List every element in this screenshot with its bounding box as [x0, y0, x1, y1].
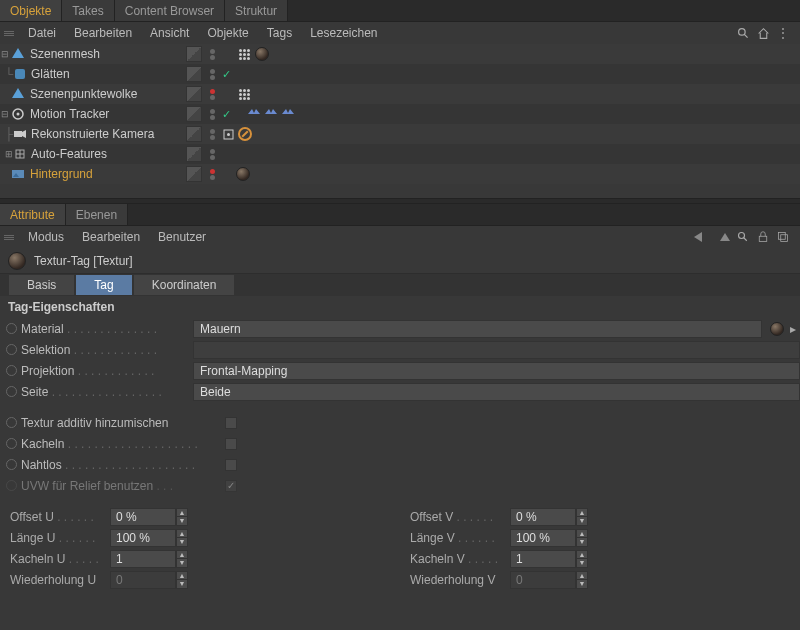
visibility-dots[interactable] — [204, 106, 220, 122]
tree-row-rekon-kamera[interactable]: ├ Rekonstruierte Kamera — [0, 124, 800, 144]
projection-select[interactable]: Frontal-Mapping — [193, 362, 800, 380]
menu-objekte[interactable]: Objekte — [199, 24, 256, 42]
drag-grip-icon[interactable] — [4, 235, 14, 240]
tree-label: Auto-Features — [31, 147, 186, 161]
stepper[interactable]: ▲▼ — [576, 508, 588, 526]
layer-toggle[interactable] — [186, 86, 202, 102]
stepper[interactable]: ▲▼ — [576, 550, 588, 568]
layer-toggle[interactable] — [186, 166, 202, 182]
visibility-dots[interactable] — [204, 166, 220, 182]
attribute-panel-tabs: Attribute Ebenen — [0, 204, 800, 226]
nav-up-icon[interactable] — [720, 233, 730, 241]
expand-toggle[interactable]: ⊟ — [0, 49, 10, 59]
viewport-target-icon[interactable] — [222, 129, 234, 140]
tab-takes[interactable]: Takes — [62, 0, 114, 21]
stepper[interactable]: ▲▼ — [176, 550, 188, 568]
nav-back-icon[interactable] — [694, 232, 702, 242]
tab-ebenen[interactable]: Ebenen — [66, 204, 128, 225]
tracker-tag-icon[interactable] — [247, 107, 261, 121]
anim-dot[interactable] — [6, 459, 17, 470]
anim-dot[interactable] — [6, 386, 17, 397]
anim-dot[interactable] — [6, 417, 17, 428]
checkbox-kacheln[interactable] — [225, 438, 237, 450]
tree-row-motion-tracker[interactable]: ⊟ Motion Tracker ✓ — [0, 104, 800, 124]
enabled-check-icon[interactable]: ✓ — [222, 68, 231, 81]
tab-attribute[interactable]: Attribute — [0, 204, 66, 225]
camera-icon — [13, 126, 27, 142]
texture-tag-icon[interactable] — [236, 167, 250, 181]
menu-dots-icon[interactable]: ⋮ — [776, 26, 790, 40]
subtab-basis[interactable]: Basis — [8, 274, 75, 296]
anim-dot[interactable] — [6, 344, 17, 355]
tree-row-hintergrund[interactable]: Hintergrund — [0, 164, 800, 184]
prop-offset-v: Offset V . . . . . . ▲▼ — [400, 506, 800, 527]
material-field[interactable]: Mauern — [193, 320, 762, 338]
texture-tag-icon[interactable] — [255, 47, 269, 61]
prop-label: Selektion . . . . . . . . . . . . . — [21, 343, 189, 357]
menu-benutzer[interactable]: Benutzer — [150, 228, 214, 246]
prop-label: Offset U . . . . . . — [10, 510, 106, 524]
kacheln-v-input[interactable] — [510, 550, 576, 568]
side-select[interactable]: Beide — [193, 383, 800, 401]
visibility-dots[interactable] — [204, 146, 220, 162]
expand-toggle[interactable]: ⊞ — [5, 149, 13, 159]
checkbox-textur-additiv[interactable] — [225, 417, 237, 429]
svg-point-10 — [227, 133, 230, 136]
polygon-selection-tag-icon[interactable] — [236, 86, 252, 102]
search-icon[interactable] — [736, 230, 750, 244]
visibility-dots[interactable] — [204, 86, 220, 102]
tab-objekte[interactable]: Objekte — [0, 0, 62, 21]
tab-struktur[interactable]: Struktur — [225, 0, 288, 21]
tracker-tag-icon[interactable] — [264, 107, 278, 121]
tree-row-szenenpunktewolke[interactable]: Szenenpunktewolke — [0, 84, 800, 104]
search-icon[interactable] — [736, 26, 750, 40]
new-window-icon[interactable] — [776, 230, 790, 244]
layer-toggle[interactable] — [186, 146, 202, 162]
layer-toggle[interactable] — [186, 46, 202, 62]
menu-datei[interactable]: Datei — [20, 24, 64, 42]
tree-row-auto-features[interactable]: ⊞ Auto-Features — [0, 144, 800, 164]
menu-modus[interactable]: Modus — [20, 228, 72, 246]
tree-row-glaetten[interactable]: └ Glätten ✓ — [0, 64, 800, 84]
polygon-selection-tag-icon[interactable] — [236, 46, 252, 62]
checkbox-nahtlos[interactable] — [225, 459, 237, 471]
selection-field[interactable] — [193, 341, 800, 359]
stepper[interactable]: ▲▼ — [576, 529, 588, 547]
layer-toggle[interactable] — [186, 126, 202, 142]
lock-icon[interactable] — [756, 230, 770, 244]
kacheln-u-input[interactable] — [110, 550, 176, 568]
drag-grip-icon[interactable] — [4, 31, 14, 36]
enabled-check-icon[interactable]: ✓ — [222, 108, 231, 121]
menu-bearbeiten-attr[interactable]: Bearbeiten — [74, 228, 148, 246]
pointcloud-icon — [10, 86, 26, 102]
expand-toggle[interactable]: ⊟ — [0, 109, 10, 119]
tree-row-szenenmesh[interactable]: ⊟ Szenenmesh — [0, 44, 800, 64]
layer-toggle[interactable] — [186, 66, 202, 82]
offset-u-input[interactable] — [110, 508, 176, 526]
menu-bearbeiten[interactable]: Bearbeiten — [66, 24, 140, 42]
laenge-u-input[interactable] — [110, 529, 176, 547]
layer-toggle[interactable] — [186, 106, 202, 122]
menu-ansicht[interactable]: Ansicht — [142, 24, 197, 42]
home-icon[interactable] — [756, 26, 770, 40]
material-preview-icon[interactable] — [770, 322, 784, 336]
visibility-dots[interactable] — [204, 46, 220, 62]
visibility-dots[interactable] — [204, 126, 220, 142]
prop-label: Kacheln U . . . . . — [10, 552, 106, 566]
disabled-tag-icon[interactable] — [238, 127, 252, 141]
anim-dot[interactable] — [6, 323, 17, 334]
anim-dot[interactable] — [6, 438, 17, 449]
tab-content-browser[interactable]: Content Browser — [115, 0, 225, 21]
material-picker-icon[interactable]: ▸ — [786, 322, 800, 336]
menu-tags[interactable]: Tags — [259, 24, 300, 42]
stepper[interactable]: ▲▼ — [176, 529, 188, 547]
menu-lesezeichen[interactable]: Lesezeichen — [302, 24, 385, 42]
subtab-tag[interactable]: Tag — [75, 274, 132, 296]
offset-v-input[interactable] — [510, 508, 576, 526]
laenge-v-input[interactable] — [510, 529, 576, 547]
tracker-tag-icon[interactable] — [281, 107, 295, 121]
stepper[interactable]: ▲▼ — [176, 508, 188, 526]
subtab-koordinaten[interactable]: Koordinaten — [133, 274, 236, 296]
anim-dot[interactable] — [6, 365, 17, 376]
visibility-dots[interactable] — [204, 66, 220, 82]
